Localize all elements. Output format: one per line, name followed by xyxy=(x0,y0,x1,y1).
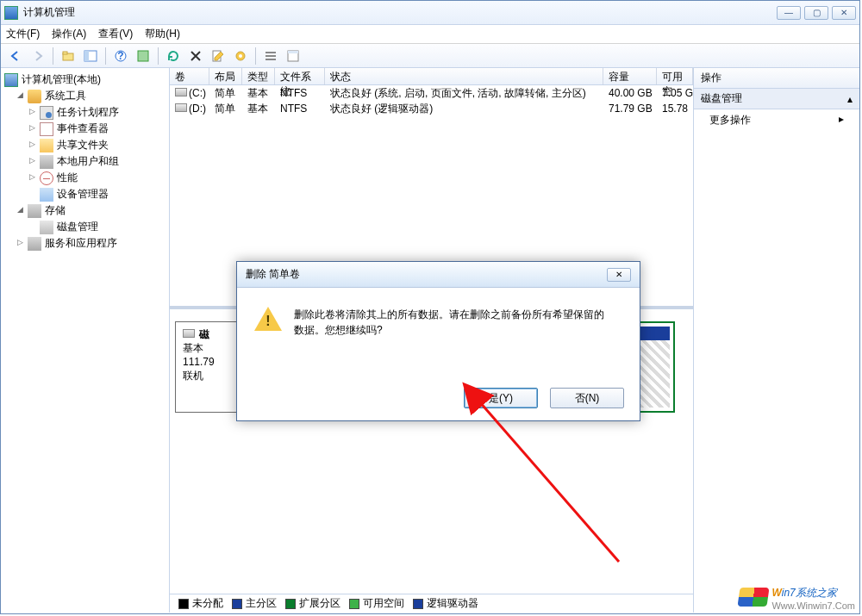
settings-icon[interactable] xyxy=(231,47,250,65)
col-type[interactable]: 类型 xyxy=(242,68,275,84)
help-icon[interactable]: ? xyxy=(111,47,130,65)
tree-event-viewer[interactable]: ▷事件查看器 xyxy=(28,121,167,137)
maximize-button[interactable]: ▢ xyxy=(804,6,828,20)
actions-pane: 操作 磁盘管理 ▴ 更多操作 ▸ xyxy=(694,68,859,613)
back-icon[interactable] xyxy=(6,47,25,65)
actions-section[interactable]: 磁盘管理 ▴ xyxy=(694,89,859,109)
svg-rect-3 xyxy=(84,51,89,61)
svg-rect-11 xyxy=(265,55,276,57)
properties-icon[interactable] xyxy=(209,47,228,65)
no-button[interactable]: 否(N) xyxy=(550,388,624,408)
list-view-icon[interactable] xyxy=(261,47,280,65)
toolbar: ? xyxy=(1,44,859,68)
disk-icon xyxy=(175,88,187,96)
tree-disk-management[interactable]: 磁盘管理 xyxy=(28,219,167,235)
actions-more[interactable]: 更多操作 ▸ xyxy=(694,109,859,131)
disk-icon xyxy=(183,329,195,338)
svg-rect-12 xyxy=(265,59,276,60)
legend-unallocated: 未分配 xyxy=(192,596,223,611)
menu-help[interactable]: 帮助(H) xyxy=(145,27,180,41)
window-title: 计算机管理 xyxy=(23,5,777,20)
col-freespace[interactable]: 可用空 xyxy=(657,68,693,84)
tree-task-scheduler[interactable]: ▷任务计划程序 xyxy=(28,104,167,121)
menu-file[interactable]: 文件(F) xyxy=(6,27,40,41)
col-capacity[interactable]: 容量 xyxy=(603,68,657,84)
action-icon[interactable] xyxy=(134,47,153,65)
tree-device-manager[interactable]: 设备管理器 xyxy=(28,186,167,202)
col-status[interactable]: 状态 xyxy=(325,68,603,84)
detail-view-icon[interactable] xyxy=(284,47,303,65)
volume-header: 卷 布局 类型 文件系统 状态 容量 可用空 xyxy=(170,68,693,85)
tree-shared-folders[interactable]: ▷共享文件夹 xyxy=(28,137,167,153)
svg-point-9 xyxy=(239,54,242,58)
menubar: 文件(F) 操作(A) 查看(V) 帮助(H) xyxy=(1,25,859,44)
dialog-title: 删除 简单卷 xyxy=(246,267,607,282)
actions-header: 操作 xyxy=(694,68,859,89)
table-row[interactable]: (C:) 简单 基本 NTFS 状态良好 (系统, 启动, 页面文件, 活动, … xyxy=(170,85,693,101)
svg-rect-6 xyxy=(138,51,148,61)
tree-performance[interactable]: ▷性能 xyxy=(28,170,167,186)
refresh-icon[interactable] xyxy=(164,47,183,65)
show-hide-tree-icon[interactable] xyxy=(81,47,100,65)
col-layout[interactable]: 布局 xyxy=(209,68,242,84)
legend-logical: 逻辑驱动器 xyxy=(427,596,478,611)
dialog-close-button[interactable]: ✕ xyxy=(607,268,631,282)
collapse-icon: ▴ xyxy=(847,93,853,105)
tree-storage[interactable]: ◢存储 xyxy=(16,202,167,219)
col-filesystem[interactable]: 文件系统 xyxy=(275,68,325,84)
svg-text:?: ? xyxy=(117,50,123,62)
legend-extended: 扩展分区 xyxy=(299,596,340,611)
warning-icon xyxy=(254,307,282,334)
legend-freespace: 可用空间 xyxy=(363,596,404,611)
close-button[interactable]: ✕ xyxy=(832,6,856,20)
yes-button[interactable]: 是(Y) xyxy=(464,388,538,408)
svg-rect-14 xyxy=(288,51,298,53)
disk-legend: 未分配 主分区 扩展分区 可用空间 逻辑驱动器 xyxy=(170,594,693,613)
tree-services[interactable]: ▷服务和应用程序 xyxy=(16,235,167,252)
legend-primary: 主分区 xyxy=(246,596,277,611)
table-row[interactable]: (D:) 简单 基本 NTFS 状态良好 (逻辑驱动器) 71.79 GB 15… xyxy=(170,101,693,116)
tree-local-users[interactable]: ▷本地用户和组 xyxy=(28,153,167,170)
watermark-logo-icon xyxy=(738,588,770,607)
confirm-dialog: 删除 简单卷 ✕ 删除此卷将清除其上的所有数据。请在删除之前备份所有希望保留的数… xyxy=(236,261,640,421)
window-controls: — ▢ ✕ xyxy=(777,6,856,20)
disk-info: 磁 基本 111.79 联机 xyxy=(183,327,215,383)
forward-icon[interactable] xyxy=(28,47,47,65)
menu-view[interactable]: 查看(V) xyxy=(98,27,133,41)
col-volume[interactable]: 卷 xyxy=(170,68,209,84)
svg-rect-10 xyxy=(265,52,276,53)
watermark: Win7系统之家 Www.Winwin7.Com xyxy=(739,582,855,611)
app-icon xyxy=(4,6,18,20)
up-icon[interactable] xyxy=(59,47,78,65)
nav-tree: 计算机管理(本地) ◢系统工具 ▷任务计划程序 ▷事件查看器 ▷共享文件夹 ▷本… xyxy=(1,68,170,613)
tree-system-tools[interactable]: ◢系统工具 xyxy=(16,88,167,104)
chevron-right-icon: ▸ xyxy=(839,113,844,128)
dialog-titlebar: 删除 简单卷 ✕ xyxy=(237,262,640,288)
dialog-message: 删除此卷将清除其上的所有数据。请在删除之前备份所有希望保留的数据。您想继续吗? xyxy=(294,307,604,338)
disk-icon xyxy=(175,103,187,112)
menu-action[interactable]: 操作(A) xyxy=(52,27,86,41)
delete-icon[interactable] xyxy=(186,47,205,65)
minimize-button[interactable]: — xyxy=(777,6,801,20)
tree-root[interactable]: 计算机管理(本地) xyxy=(4,72,167,88)
titlebar: 计算机管理 — ▢ ✕ xyxy=(1,1,859,25)
svg-rect-1 xyxy=(63,52,67,54)
